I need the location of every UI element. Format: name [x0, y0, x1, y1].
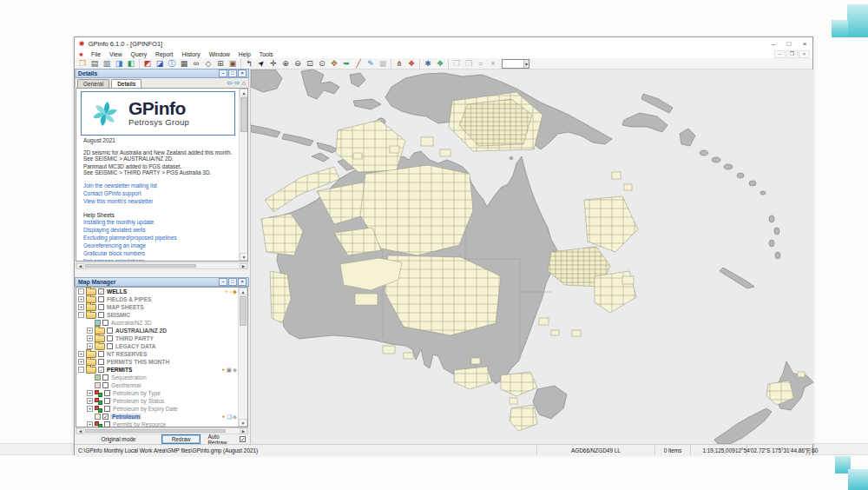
layer-checkbox[interactable] — [104, 406, 110, 412]
tree-item-petroleum-by-type[interactable]: +Petroleum by Type — [76, 389, 239, 397]
tree-item-legacy-data[interactable]: +LEGACY DATA — [76, 342, 239, 350]
expand-icon[interactable]: + — [87, 343, 93, 349]
cursor-icon[interactable]: ✦ — [221, 414, 226, 420]
expand-icon[interactable]: + — [87, 421, 93, 427]
mdi-close-button[interactable]: × — [799, 50, 810, 58]
panel-maximize-icon[interactable]: □ — [228, 70, 237, 77]
scroll-up-icon[interactable]: ▲ — [240, 89, 248, 96]
menu-tools[interactable]: Tools — [255, 51, 278, 57]
layer-checkbox[interactable] — [98, 296, 104, 302]
export-data-icon[interactable]: ◧ — [125, 58, 137, 69]
tree-item-permits[interactable]: -✓PERMITS✦▣◆ — [76, 366, 239, 374]
window-tile-icon[interactable]: ❒ — [463, 58, 475, 69]
mdi-minimize-button[interactable]: – — [774, 50, 786, 58]
expand-icon[interactable]: + — [87, 398, 93, 404]
image-icon[interactable]: ▣ — [227, 58, 239, 69]
link-contact-gpinfo-support[interactable]: Contact GPinfo support — [83, 190, 157, 198]
tree-vscroll-thumb[interactable] — [240, 296, 247, 326]
panel-minimize-icon[interactable]: – — [219, 70, 227, 77]
back-icon[interactable]: ⇦ — [227, 79, 233, 87]
expand-icon[interactable]: + — [78, 304, 84, 310]
equals-icon[interactable]: = — [475, 58, 487, 69]
window-cascade-icon[interactable]: ❐ — [450, 58, 463, 69]
layer-checkbox[interactable] — [102, 382, 108, 388]
help-link-installing-the-monthly-update[interactable]: Installing the monthly update — [83, 219, 177, 227]
menu-report[interactable]: Report — [151, 51, 177, 57]
map-canvas[interactable] — [250, 70, 813, 444]
close-button[interactable]: × — [797, 40, 812, 48]
tab-details[interactable]: Details — [111, 79, 141, 88]
collapse-icon[interactable]: - — [78, 367, 84, 373]
expand-icon[interactable]: + — [78, 351, 84, 357]
maximize-button[interactable]: □ — [781, 40, 797, 48]
measure-icon[interactable]: ╱ — [352, 58, 365, 69]
pan-icon[interactable]: ✥ — [328, 58, 340, 69]
zoom-in-icon[interactable]: ⊕ — [279, 58, 292, 69]
layer-checkbox[interactable]: ✓ — [102, 414, 108, 420]
zoom-out-icon[interactable]: ⊖ — [292, 58, 304, 69]
tree-vscrollbar[interactable]: ▲ ▼ — [238, 288, 247, 427]
menu-query[interactable]: Query — [127, 51, 152, 57]
layer-checkbox[interactable] — [104, 421, 110, 427]
scroll-right-icon[interactable]: ▶ — [240, 263, 247, 268]
expand-icon[interactable]: + — [87, 406, 93, 412]
expand-icon[interactable]: + — [87, 335, 93, 341]
layers-icon[interactable]: ❖ — [405, 58, 418, 69]
help-link-georeferencing-an-image[interactable]: Georeferencing an image — [83, 242, 177, 250]
scroll-up-icon[interactable]: ▲ — [239, 288, 247, 295]
copy-icon[interactable]: ▣ — [227, 367, 232, 374]
help-link-net-acreage-calculations[interactable]: Net acreage calculations — [83, 258, 177, 262]
layer-checkbox[interactable] — [107, 335, 113, 341]
map-settings-icon[interactable]: ✱ — [422, 58, 434, 69]
details-hscrollbar[interactable]: ◀ ▶ — [76, 262, 248, 269]
layer-checkbox[interactable]: ✓ — [98, 288, 104, 295]
help-link-excluding-planned-proposed-pipelines[interactable]: Excluding planned/proposed pipelines — [83, 235, 177, 242]
scroll-left-icon[interactable]: ◀ — [76, 263, 84, 268]
tag-icon[interactable]: ◆ — [233, 414, 237, 420]
details-panel-title[interactable]: Details – □ × — [75, 69, 249, 78]
open-project-icon[interactable]: ❐ — [76, 58, 89, 69]
collapse-icon[interactable]: - — [78, 312, 84, 318]
cursor-icon[interactable]: ✦ — [220, 367, 225, 374]
layer-checkbox[interactable] — [98, 312, 104, 318]
tree-item-petroleum-by-status[interactable]: +Petroleum by Status — [76, 397, 239, 405]
zoom-window-icon[interactable]: ⊡ — [304, 58, 316, 69]
menu-window[interactable]: Window — [205, 51, 234, 57]
calculator-icon[interactable]: ⊞ — [214, 58, 227, 69]
expand-icon[interactable]: + — [87, 328, 93, 334]
details-hscroll-thumb[interactable] — [85, 264, 196, 268]
track-icon[interactable]: ⋔ — [393, 58, 405, 69]
resize-grip[interactable] — [806, 445, 812, 455]
title-bar[interactable]: ✺ GPinfo 6.1.0 - [GPINFO1] – □ × — [75, 37, 812, 51]
details-vscrollbar[interactable]: ▲ ▼ — [239, 89, 248, 261]
original-mode-button[interactable]: Original mode — [76, 436, 161, 442]
box-icon[interactable]: ▫ — [230, 288, 232, 295]
layer-checkbox[interactable] — [98, 359, 104, 365]
expand-icon[interactable]: + — [78, 296, 84, 302]
minimize-button[interactable]: – — [766, 40, 781, 48]
layer-checkbox[interactable] — [107, 343, 113, 349]
tree-item-permits-this-month[interactable]: +PERMITS THIS MONTH — [76, 358, 239, 366]
home-icon[interactable]: ⌂ — [241, 79, 246, 87]
print-preview-icon[interactable]: ▥ — [101, 58, 113, 69]
menu-help[interactable]: Help — [234, 51, 255, 57]
link-join-the-newsletter-mailing-list[interactable]: Join the newsletter mailing list — [83, 182, 157, 190]
auto-redraw-checkbox[interactable]: ✓ — [240, 436, 246, 442]
tree-item-wells[interactable]: -✓WELLS✦▫◆ — [76, 288, 239, 295]
folder-blue-icon[interactable]: ❏ — [227, 414, 232, 420]
tag-icon[interactable]: ◆ — [233, 367, 237, 374]
map-manager-title[interactable]: Map Manager – □ × — [75, 277, 249, 287]
tree-item-third-party[interactable]: +THIRD PARTY — [76, 334, 239, 342]
import-data-icon[interactable]: ◨ — [113, 58, 125, 69]
scroll-down-icon[interactable]: ▼ — [239, 419, 247, 427]
map-document-blue-icon[interactable]: ◪ — [154, 58, 166, 69]
close-x-icon[interactable]: × — [487, 58, 499, 69]
tag-icon[interactable]: ◆ — [233, 288, 237, 295]
layer-checkbox[interactable] — [102, 374, 108, 381]
expand-icon[interactable]: + — [87, 390, 93, 396]
scroll-right-icon[interactable]: ▶ — [240, 428, 247, 434]
tree-item-fields-pipes[interactable]: +FIELDS & PIPES — [76, 295, 239, 303]
map-document-red-icon[interactable]: ◩ — [141, 58, 154, 69]
tree-item-petroleum-by-expiry-date[interactable]: +Petroleum by Expiry Date — [76, 405, 239, 413]
grid-icon[interactable]: ▦ — [377, 58, 389, 69]
